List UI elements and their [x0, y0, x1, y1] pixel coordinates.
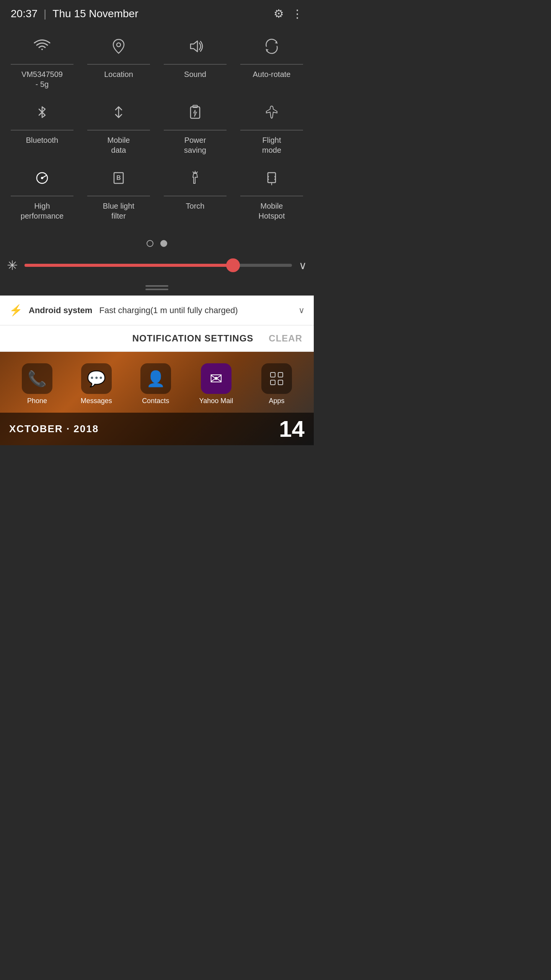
- dock-item-yahoomail[interactable]: ✉ Yahoo Mail: [199, 363, 233, 405]
- bottom-day-number: 14: [279, 416, 305, 442]
- time: 20:37: [11, 8, 37, 20]
- svg-rect-10: [271, 380, 275, 385]
- handle-lines: [145, 285, 168, 290]
- qs-tile-torch[interactable]: Torch: [161, 163, 230, 225]
- page-dot-2[interactable]: [160, 240, 167, 247]
- yahoomail-icon: ✉: [201, 363, 231, 394]
- qs-row-2: Bluetooth Mobiledata P: [4, 98, 310, 160]
- qs-divider: [11, 130, 73, 131]
- qs-label-sound: Sound: [184, 69, 206, 79]
- brightness-expand-icon[interactable]: ∨: [299, 259, 307, 272]
- status-bar: 20:37 | Thu 15 November ⚙ ⋮: [0, 0, 314, 24]
- brightness-row: ✳ ∨: [0, 258, 314, 273]
- qs-divider: [240, 196, 303, 196]
- svg-rect-8: [271, 372, 275, 377]
- contacts-icon: 👤: [140, 363, 171, 394]
- dock-label-yahoomail: Yahoo Mail: [199, 397, 233, 405]
- qs-tile-autorotate[interactable]: Auto-rotate: [237, 32, 306, 94]
- status-divider: |: [44, 8, 46, 20]
- page-dots: [0, 240, 314, 247]
- qs-divider: [164, 64, 227, 65]
- notification-section: ⚡ Android system Fast charging(1 m until…: [0, 296, 314, 325]
- quick-settings-panel: VM5347509- 5g Location Sound: [0, 24, 314, 233]
- powersaving-icon: [187, 104, 204, 124]
- mobiledata-icon: [110, 104, 127, 124]
- qs-label-torch: Torch: [186, 201, 205, 211]
- clear-button[interactable]: CLEAR: [269, 333, 302, 344]
- qs-tile-wifi[interactable]: VM5347509- 5g: [8, 32, 77, 94]
- qs-label-mobilehotspot: MobileHotspot: [259, 201, 285, 221]
- highperformance-icon: [34, 170, 51, 190]
- qs-divider: [164, 196, 227, 196]
- notification-app-name: Android system: [29, 305, 92, 315]
- handle-bar: [0, 281, 314, 296]
- svg-rect-7: [268, 173, 276, 183]
- qs-label-mobiledata: Mobiledata: [108, 135, 130, 155]
- brightness-slider[interactable]: [24, 264, 292, 267]
- svg-rect-1: [191, 107, 200, 118]
- phone-icon: 📞: [22, 363, 52, 394]
- home-screen: 📞 Phone 💬 Messages 👤 Contacts ✉ Yahoo Ma…: [0, 352, 314, 445]
- qs-divider: [87, 130, 150, 131]
- autorotate-icon: [263, 38, 280, 59]
- brightness-fill: [24, 264, 233, 267]
- notification-text: Android system Fast charging(1 m until f…: [29, 305, 292, 315]
- qs-tile-sound[interactable]: Sound: [161, 32, 230, 94]
- qs-row-3: Highperformance B Blue lightfilter: [4, 163, 310, 225]
- qs-row-1: VM5347509- 5g Location Sound: [4, 32, 310, 94]
- qs-divider: [11, 64, 73, 65]
- svg-point-4: [41, 177, 43, 179]
- qs-tile-bluelightfilter[interactable]: B Blue lightfilter: [84, 163, 153, 225]
- action-bar: NOTIFICATION SETTINGS CLEAR: [0, 325, 314, 352]
- notification-item[interactable]: ⚡ Android system Fast charging(1 m until…: [0, 296, 314, 325]
- more-icon[interactable]: ⋮: [292, 7, 303, 20]
- dock-item-apps[interactable]: Apps: [261, 363, 292, 405]
- handle-line-2: [145, 289, 168, 290]
- qs-divider: [240, 130, 303, 131]
- bluetooth-icon: [34, 104, 51, 124]
- messages-icon: 💬: [81, 363, 112, 394]
- qs-tile-highperformance[interactable]: Highperformance: [8, 163, 77, 225]
- page-dot-1[interactable]: [147, 240, 153, 247]
- qs-label-bluelightfilter: Blue lightfilter: [103, 201, 134, 221]
- brightness-thumb[interactable]: [226, 258, 240, 272]
- dock-label-messages: Messages: [81, 397, 112, 405]
- svg-point-0: [117, 43, 121, 47]
- apps-icon: [261, 363, 292, 394]
- dock-item-contacts[interactable]: 👤 Contacts: [140, 363, 171, 405]
- settings-icon[interactable]: ⚙: [274, 7, 284, 20]
- qs-label-flightmode: Flightmode: [262, 135, 281, 155]
- qs-divider: [87, 64, 150, 65]
- handle-line-1: [145, 285, 168, 287]
- qs-tile-powersaving[interactable]: Powersaving: [161, 98, 230, 160]
- mobilehotspot-icon: [263, 170, 280, 190]
- qs-label-highperformance: Highperformance: [21, 201, 64, 221]
- sound-icon: [187, 38, 204, 59]
- dock-item-messages[interactable]: 💬 Messages: [81, 363, 112, 405]
- status-left: 20:37 | Thu 15 November: [11, 8, 138, 20]
- qs-tile-flightmode[interactable]: Flightmode: [237, 98, 306, 160]
- qs-label-location: Location: [104, 69, 133, 79]
- bluelightfilter-icon: B: [110, 170, 127, 190]
- svg-text:B: B: [116, 175, 121, 181]
- bottom-bar: XCTOBER · 2018 14: [0, 413, 314, 445]
- qs-tile-mobiledata[interactable]: Mobiledata: [84, 98, 153, 160]
- flightmode-icon: [263, 104, 280, 124]
- qs-label-autorotate: Auto-rotate: [253, 69, 291, 79]
- notification-settings-button[interactable]: NOTIFICATION SETTINGS: [132, 333, 254, 344]
- dock-item-phone[interactable]: 📞 Phone: [22, 363, 52, 405]
- qs-tile-mobilehotspot[interactable]: MobileHotspot: [237, 163, 306, 225]
- wifi-icon: [34, 38, 51, 59]
- torch-icon: [187, 170, 204, 190]
- qs-divider: [240, 64, 303, 65]
- qs-tile-bluetooth[interactable]: Bluetooth: [8, 98, 77, 160]
- dock-label-phone: Phone: [27, 397, 47, 405]
- notification-expand-icon[interactable]: ∨: [298, 305, 305, 315]
- svg-rect-11: [278, 380, 283, 385]
- dock-label-apps: Apps: [269, 397, 285, 405]
- qs-tile-location[interactable]: Location: [84, 32, 153, 94]
- qs-divider: [11, 196, 73, 196]
- dock-label-contacts: Contacts: [142, 397, 169, 405]
- qs-label-powersaving: Powersaving: [184, 135, 206, 155]
- notification-bolt-icon: ⚡: [9, 304, 23, 317]
